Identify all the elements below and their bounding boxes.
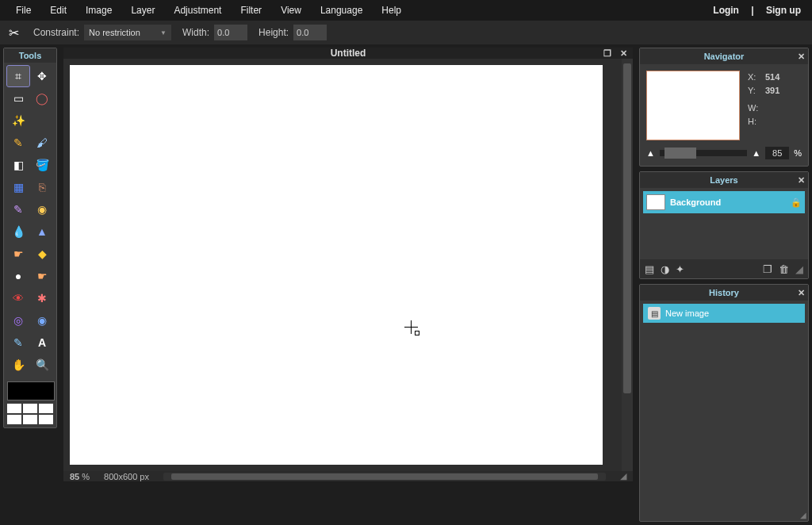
lock-icon[interactable]: 🔒	[791, 197, 802, 208]
spot-heal-tool[interactable]: ✱	[31, 288, 53, 308]
color-area	[4, 378, 56, 427]
blur-tool[interactable]: 💧	[7, 221, 29, 242]
smudge-tool[interactable]: ☛	[7, 243, 29, 264]
zoom-out-icon[interactable]: ▲	[646, 148, 655, 158]
tools-column: Tools ⌗ ✥ ▭ ◯ ✨ ✎ 🖌 ◧ 🪣 ▦ ⎘ ✎ ◉ 💧 ▲ ☛ ◆	[0, 44, 60, 525]
constraint-dropdown[interactable]: No restriction	[84, 25, 171, 40]
navigator-info: X:514 Y:391 W: H:	[748, 71, 779, 140]
resize-grip-icon[interactable]: ◢	[795, 263, 803, 275]
menu-image[interactable]: Image	[76, 5, 121, 16]
canvas-status-bar: 85 % 800x600 px ◢	[63, 471, 633, 481]
trash-icon[interactable]: 🗑	[779, 263, 789, 275]
navigator-zoom-value: 85	[765, 147, 789, 159]
gradient-tool[interactable]: ▦	[7, 177, 29, 197]
tools-title: Tools	[4, 48, 56, 63]
height-input[interactable]	[293, 25, 327, 40]
options-bar: ✂ Constraint: No restriction Width: Heig…	[0, 21, 812, 44]
navigator-panel: Navigator✕ X:514 Y:391 W: H: ▲ ▲ 85 %	[639, 48, 809, 167]
zoom-in-icon[interactable]: ▲	[752, 148, 760, 158]
resize-grip-icon[interactable]: ◢	[620, 471, 626, 481]
tools-panel: Tools ⌗ ✥ ▭ ◯ ✨ ✎ 🖌 ◧ 🪣 ▦ ⎘ ✎ ◉ 💧 ▲ ☛ ◆	[3, 48, 57, 428]
foreground-color[interactable]	[7, 381, 55, 400]
close-icon[interactable]: ✕	[798, 175, 805, 186]
duplicate-icon[interactable]: ❐	[763, 263, 772, 275]
signup-link[interactable]: Sign up	[761, 5, 806, 16]
artboard[interactable]	[70, 65, 603, 465]
canvas-viewport[interactable]	[63, 59, 622, 471]
zoom-tool[interactable]: 🔍	[31, 354, 53, 375]
eyedropper-tool[interactable]: ✎	[7, 332, 29, 353]
draw-tool[interactable]: ◉	[31, 199, 53, 220]
menu-view[interactable]: View	[271, 5, 311, 16]
lasso-tool[interactable]: ◯	[31, 88, 53, 109]
layers-footer: ▤ ◑ ✦ ❐ 🗑 ◢	[640, 259, 808, 278]
swatch-grid[interactable]	[7, 404, 53, 424]
menu-help[interactable]: Help	[372, 5, 411, 16]
sponge-tool[interactable]: ◆	[31, 243, 53, 264]
navigator-title: Navigator	[704, 52, 745, 61]
history-panel: History✕ ▤ New image ◢	[639, 284, 809, 522]
type-tool[interactable]: A	[31, 332, 53, 353]
pinch-tool[interactable]: ◉	[31, 310, 53, 331]
close-icon[interactable]: ✕	[798, 288, 805, 298]
menu-layer[interactable]: Layer	[121, 5, 164, 16]
menu-filter[interactable]: Filter	[231, 5, 271, 16]
redeye-tool[interactable]: 👁	[7, 288, 29, 308]
canvas-title: Untitled	[331, 48, 366, 59]
marquee-tool[interactable]: ▭	[7, 88, 29, 109]
crop-tool[interactable]: ⌗	[7, 66, 29, 86]
wand-tool[interactable]: ✨	[7, 110, 29, 131]
replace-color-tool[interactable]: ✎	[7, 199, 29, 220]
navigator-preview[interactable]	[646, 71, 740, 140]
move-tool[interactable]: ✥	[31, 66, 53, 86]
layer-row[interactable]: Background 🔒	[643, 191, 805, 213]
menu-bar: File Edit Image Layer Adjustment Filter …	[0, 0, 812, 21]
zoom-value: 85 %	[70, 472, 90, 481]
menu-adjustment[interactable]: Adjustment	[164, 5, 231, 16]
width-label: Width:	[176, 27, 209, 38]
canvas-header: Untitled ❐ ✕	[63, 48, 633, 59]
login-link[interactable]: Login	[708, 5, 744, 16]
pencil-tool[interactable]: ✎	[7, 132, 29, 153]
vertical-scrollbar[interactable]	[622, 59, 633, 471]
history-title: History	[709, 288, 739, 297]
navigator-zoom-unit: %	[794, 148, 802, 158]
new-layer-icon[interactable]: ▤	[645, 263, 654, 275]
horizontal-scrollbar[interactable]	[163, 473, 606, 481]
eraser-tool[interactable]: ◧	[7, 155, 29, 175]
layers-title: Layers	[710, 175, 737, 185]
canvas-window: Untitled ❐ ✕ 85 % 800x600 px ◢	[63, 48, 633, 477]
close-icon[interactable]: ✕	[798, 52, 805, 62]
bucket-tool[interactable]: 🪣	[31, 155, 53, 175]
dodge-tool[interactable]: ●	[7, 266, 29, 286]
resize-grip-icon[interactable]: ◢	[800, 511, 806, 519]
layers-panel: Layers✕ Background 🔒 ▤ ◑ ✦ ❐ 🗑 ◢	[639, 171, 809, 279]
fx-icon[interactable]: ✦	[676, 263, 684, 275]
height-label: Height:	[252, 27, 289, 38]
hand-tool[interactable]: ✋	[7, 354, 29, 375]
menu-language[interactable]: Language	[311, 5, 372, 16]
menu-file[interactable]: File	[6, 5, 40, 16]
sharpen-tool[interactable]: ▲	[31, 221, 53, 242]
crop-icon: ✂	[5, 24, 22, 41]
canvas-dimensions: 800x600 px	[104, 472, 149, 481]
stamp-tool[interactable]: ⎘	[31, 177, 53, 197]
menu-edit[interactable]: Edit	[40, 5, 76, 16]
history-step-label: New image	[665, 308, 709, 318]
mask-icon[interactable]: ◑	[661, 263, 669, 275]
layer-thumbnail	[646, 194, 665, 210]
auth-area: Login | Sign up	[708, 5, 806, 16]
auth-separator: |	[746, 5, 758, 16]
bloat-tool[interactable]: ◎	[7, 310, 29, 331]
spacer-tool	[31, 110, 53, 131]
history-step-icon: ▤	[648, 307, 661, 320]
constraint-label: Constraint:	[27, 27, 79, 38]
restore-icon[interactable]: ❐	[601, 47, 614, 59]
burn-tool[interactable]: ☛	[31, 266, 53, 286]
history-row[interactable]: ▤ New image	[643, 304, 805, 323]
brush-tool[interactable]: 🖌	[31, 132, 53, 153]
layer-label: Background	[670, 197, 721, 207]
width-input[interactable]	[214, 25, 247, 40]
zoom-slider[interactable]	[660, 150, 747, 156]
close-icon[interactable]: ✕	[617, 47, 630, 59]
